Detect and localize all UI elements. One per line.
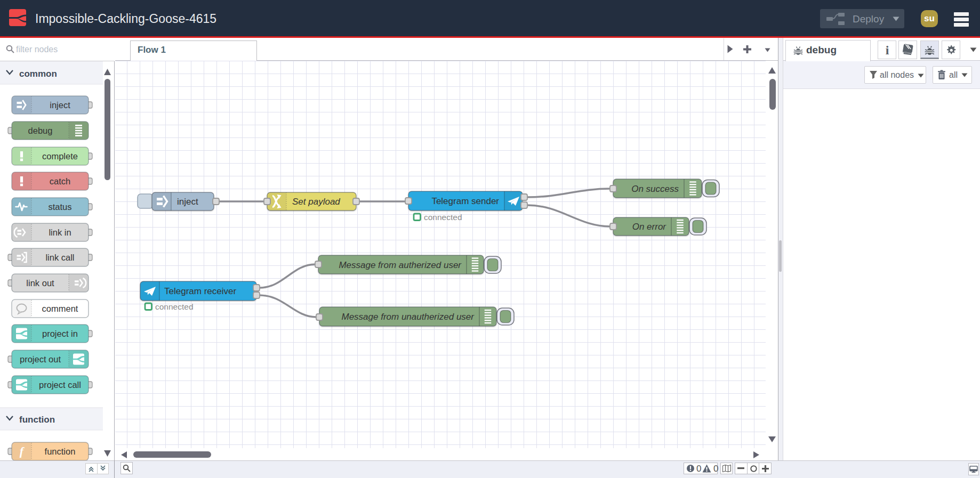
svg-text:complete: complete bbox=[42, 151, 78, 161]
svg-text:connected: connected bbox=[424, 213, 462, 222]
svg-text:Telegram sender: Telegram sender bbox=[431, 196, 499, 206]
svg-text:function: function bbox=[19, 415, 55, 425]
svg-text:project out: project out bbox=[20, 354, 61, 364]
svg-text:Set payload: Set payload bbox=[292, 197, 340, 207]
svg-text:On success: On success bbox=[631, 184, 679, 194]
svg-text:debug: debug bbox=[28, 126, 53, 135]
svg-text:On error: On error bbox=[632, 222, 667, 232]
svg-text:comment: comment bbox=[42, 304, 78, 313]
svg-text:inject: inject bbox=[177, 197, 198, 207]
svg-text:Message from autherized user: Message from autherized user bbox=[339, 260, 462, 270]
svg-text:function: function bbox=[45, 447, 76, 456]
svg-text:link in: link in bbox=[49, 228, 71, 237]
svg-text:status: status bbox=[48, 202, 71, 212]
svg-text:project in: project in bbox=[42, 329, 78, 338]
svg-text:Telegram receiver: Telegram receiver bbox=[164, 286, 236, 296]
svg-text:link call: link call bbox=[45, 253, 74, 262]
svg-text:Message from unautherized user: Message from unautherized user bbox=[341, 312, 475, 322]
svg-text:inject: inject bbox=[50, 100, 70, 110]
svg-text:common: common bbox=[19, 69, 57, 79]
svg-text:connected: connected bbox=[155, 302, 194, 311]
svg-text:project call: project call bbox=[39, 380, 81, 390]
svg-text:catch: catch bbox=[50, 176, 70, 186]
svg-text:link out: link out bbox=[26, 278, 54, 288]
